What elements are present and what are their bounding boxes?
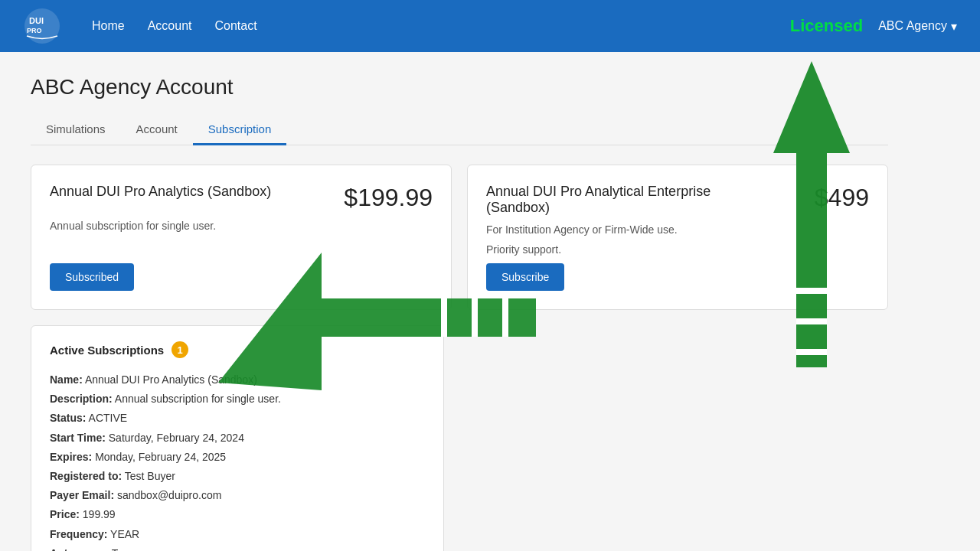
nav-links: Home Account Contact (92, 19, 790, 33)
active-subscriptions-box: Active Subscriptions 1 Name: Annual DUI … (31, 325, 444, 551)
agency-dropdown[interactable]: ABC Agency ▾ (878, 19, 957, 34)
main-content: ABC Agency Account Simulations Account S… (0, 52, 919, 551)
nav-home[interactable]: Home (92, 19, 125, 33)
subscribed-button[interactable]: Subscribed (50, 263, 134, 291)
brand-logo[interactable]: DUI PRO (23, 7, 61, 45)
card-sandbox-single: Annual DUI Pro Analytics (Sandbox) $199.… (31, 165, 452, 310)
detail-description: Description: Annual subscription for sin… (50, 390, 425, 409)
subscription-cards: Annual DUI Pro Analytics (Sandbox) $199.… (31, 165, 888, 310)
detail-frequency: Frequency: YEAR (50, 525, 425, 544)
detail-autorenew: Autorenew: True (50, 544, 425, 551)
detail-start-time: Start Time: Saturday, February 24, 2024 (50, 429, 425, 448)
active-sub-header: Active Subscriptions 1 (50, 341, 425, 358)
navbar: DUI PRO Home Account Contact Licensed AB… (0, 0, 980, 52)
tab-simulations[interactable]: Simulations (31, 115, 121, 145)
subscribe-button[interactable]: Subscribe (486, 263, 564, 291)
agency-name: ABC Agency (878, 19, 947, 33)
svg-text:DUI: DUI (29, 16, 44, 25)
subscription-details: Name: Annual DUI Pro Analytics (Sandbox)… (50, 370, 425, 551)
svg-text:PRO: PRO (27, 27, 42, 34)
detail-payer-email: Payer Email: sandbox@duipro.com (50, 486, 425, 505)
page-title: ABC Agency Account (31, 75, 888, 99)
card-2-title: Annual DUI Pro Analytical Enterprise (Sa… (486, 184, 735, 216)
detail-expires: Expires: Monday, February 24, 2025 (50, 448, 425, 467)
detail-price: Price: 199.99 (50, 505, 425, 524)
card-1-desc: Annual subscription for single user. (50, 220, 433, 232)
subscription-count-badge: 1 (172, 341, 188, 358)
nav-contact[interactable]: Contact (215, 19, 257, 33)
detail-status: Status: ACTIVE (50, 409, 425, 428)
card-2-header: Annual DUI Pro Analytical Enterprise (Sa… (486, 184, 869, 216)
detail-name: Name: Annual DUI Pro Analytics (Sandbox) (50, 370, 425, 390)
nav-right: Licensed ABC Agency ▾ (790, 16, 957, 36)
nav-account[interactable]: Account (148, 19, 192, 33)
active-sub-title: Active Subscriptions (50, 344, 164, 357)
dropdown-icon: ▾ (951, 19, 957, 34)
card-1-header: Annual DUI Pro Analytics (Sandbox) $199.… (50, 184, 433, 212)
card-1-title: Annual DUI Pro Analytics (Sandbox) (50, 184, 271, 200)
tab-subscription[interactable]: Subscription (193, 115, 287, 145)
card-2-desc: For Institution Agency or Firm-Wide use. (486, 223, 869, 236)
tab-account[interactable]: Account (121, 115, 193, 145)
card-2-desc2: Priority support. (486, 243, 869, 256)
card-enterprise: Annual DUI Pro Analytical Enterprise (Sa… (467, 165, 888, 310)
detail-registered-to: Registered to: Test Buyer (50, 467, 425, 486)
licensed-badge: Licensed (790, 16, 863, 36)
card-1-price: $199.99 (344, 184, 433, 212)
tabs-container: Simulations Account Subscription (31, 115, 888, 145)
card-2-price: $499 (815, 184, 869, 212)
